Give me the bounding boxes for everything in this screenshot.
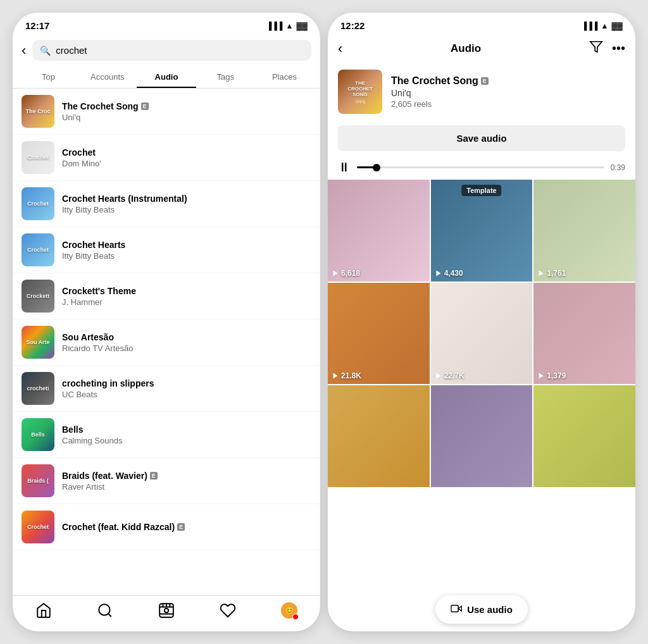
- phone-search: 12:17 ▐▐▐ ▲ ▓▓ ‹ 🔍 crochet Top Accounts …: [13, 13, 320, 631]
- progress-dot: [373, 164, 380, 171]
- nav-reels[interactable]: [135, 602, 197, 619]
- playback-controls: ⏸ 0:39: [328, 155, 635, 180]
- view-count: 22.7K: [435, 371, 464, 380]
- result-thumb: Crochet: [22, 141, 54, 174]
- result-artist: UC Beats: [62, 390, 311, 399]
- app-container: 12:17 ▐▐▐ ▲ ▓▓ ‹ 🔍 crochet Top Accounts …: [0, 0, 648, 644]
- grid-cell[interactable]: [328, 385, 430, 487]
- svg-rect-16: [451, 605, 458, 612]
- view-count: 1,761: [537, 269, 566, 278]
- result-thumb: crocheti: [22, 372, 54, 405]
- nav-heart[interactable]: [197, 602, 259, 619]
- result-title: crocheting in slippers: [62, 378, 311, 388]
- result-title: The Crochet SongE: [62, 101, 311, 111]
- status-bar-1: 12:17 ▐▐▐ ▲ ▓▓: [13, 13, 320, 35]
- tab-tags[interactable]: Tags: [196, 66, 255, 88]
- grid-cell[interactable]: [431, 385, 533, 487]
- result-title: Crochet: [62, 147, 311, 158]
- result-item[interactable]: Bells Bells Calming Sounds: [13, 412, 320, 458]
- explicit-badge: E: [141, 102, 149, 110]
- result-thumb: Braids (: [22, 464, 54, 497]
- profile-avatar[interactable]: 😊: [281, 602, 297, 619]
- result-info: crocheting in slippers UC Beats: [62, 378, 311, 399]
- result-item[interactable]: The Croc The Crochet SongE Uni'q: [13, 89, 320, 135]
- audio-page-header: ‹ Audio •••: [328, 35, 635, 62]
- progress-track[interactable]: [357, 166, 604, 168]
- audio-page-title: Audio: [451, 42, 481, 55]
- search-results-list: The Croc The Crochet SongE Uni'q Crochet…: [13, 89, 320, 595]
- tab-accounts[interactable]: Accounts: [78, 66, 137, 88]
- grid-cell[interactable]: 21.8K: [328, 283, 430, 385]
- result-info: Crochet Dom Mino': [62, 147, 311, 168]
- result-artist: Calming Sounds: [62, 436, 311, 445]
- save-audio-button[interactable]: Save audio: [338, 125, 625, 151]
- video-grid: 6,618 Template 4,430 1,761 21.8K 22.7K 1…: [328, 180, 635, 487]
- result-title: Braids (feat. Wavier)E: [62, 471, 311, 481]
- result-artist: Itty Bitty Beats: [62, 251, 311, 261]
- explicit-badge: E: [150, 472, 158, 480]
- battery-icon: ▓▓: [297, 22, 308, 30]
- svg-marker-9: [590, 42, 602, 53]
- nav-home[interactable]: [13, 602, 74, 619]
- status-bar-2: 12:22 ▐▐▐ ▲ ▓▓: [328, 13, 635, 35]
- result-item[interactable]: Crochet Crochet Hearts (Instrumental) It…: [13, 181, 320, 227]
- result-thumb: Bells: [22, 418, 54, 451]
- result-info: Braids (feat. Wavier)E Raver Artist: [62, 471, 311, 492]
- svg-point-3: [165, 609, 169, 613]
- back-button-search[interactable]: ‹: [22, 42, 26, 59]
- tabs-bar: Top Accounts Audio Tags Places: [13, 66, 320, 89]
- filter-icon[interactable]: [589, 40, 603, 57]
- result-item[interactable]: Crochet Crochet (feat. Kidd Razcal)E: [13, 504, 320, 550]
- result-artist: Itty Bitty Beats: [62, 205, 311, 214]
- grid-cell[interactable]: 6,618: [328, 180, 430, 282]
- result-thumb: Crockett: [22, 280, 54, 313]
- result-info: Bells Calming Sounds: [62, 424, 311, 445]
- result-thumb: The Croc: [22, 95, 54, 128]
- tab-places[interactable]: Places: [255, 66, 314, 88]
- grid-cell[interactable]: Template 4,430: [431, 180, 533, 282]
- svg-marker-11: [436, 270, 440, 276]
- nav-search[interactable]: [74, 602, 135, 619]
- result-item[interactable]: crocheti crocheting in slippers UC Beats: [13, 366, 320, 412]
- tab-audio[interactable]: Audio: [137, 66, 196, 88]
- tab-top[interactable]: Top: [19, 66, 78, 88]
- result-item[interactable]: Crockett Crockett's Theme J. Hammer: [13, 273, 320, 319]
- result-artist: Uni'q: [62, 113, 311, 122]
- result-item[interactable]: Sou Arte Sou Artesão Ricardo TV Artesão: [13, 319, 320, 366]
- use-audio-button[interactable]: Use audio: [435, 595, 528, 624]
- search-icon: 🔍: [40, 46, 51, 56]
- battery-icon-2: ▓▓: [612, 22, 623, 30]
- status-icons-2: ▐▐▐ ▲ ▓▓: [582, 22, 623, 30]
- reels-count: 2,605 reels: [391, 99, 489, 109]
- result-info: Sou Artesão Ricardo TV Artesão: [62, 332, 311, 353]
- more-icon[interactable]: •••: [612, 41, 625, 56]
- grid-cell[interactable]: 1,379: [533, 283, 635, 385]
- result-item[interactable]: Braids ( Braids (feat. Wavier)E Raver Ar…: [13, 458, 320, 504]
- explicit-badge: E: [481, 77, 489, 85]
- nav-profile[interactable]: 😊: [259, 602, 320, 619]
- result-info: Crochet Hearts (Instrumental) Itty Bitty…: [62, 194, 311, 214]
- signal-icon-2: ▐▐▐: [582, 22, 598, 30]
- duration-label: 0:39: [611, 163, 625, 172]
- search-bar[interactable]: 🔍 crochet: [32, 40, 311, 61]
- svg-marker-12: [539, 270, 544, 276]
- audio-details: The Crochet Song E Uni'q 2,605 reels: [391, 75, 489, 109]
- grid-cell[interactable]: 22.7K: [431, 283, 533, 385]
- grid-cell[interactable]: [533, 385, 635, 487]
- result-item[interactable]: Crochet Crochet Hearts Itty Bitty Beats: [13, 227, 320, 273]
- result-item[interactable]: Crochet Crochet Dom Mino': [13, 135, 320, 181]
- result-title: Sou Artesão: [62, 332, 311, 342]
- time-1: 12:17: [25, 20, 49, 31]
- search-query: crochet: [56, 45, 87, 56]
- use-audio-label: Use audio: [467, 604, 513, 615]
- search-header: ‹ 🔍 crochet: [13, 35, 320, 66]
- time-2: 12:22: [340, 20, 364, 31]
- template-badge: Template: [461, 185, 501, 196]
- view-count: 4,430: [435, 269, 463, 278]
- result-thumb: Crochet: [22, 187, 54, 220]
- back-button-audio[interactable]: ‹: [338, 40, 342, 57]
- grid-cell[interactable]: 1,761: [533, 180, 635, 282]
- artist-name: Uni'q: [391, 88, 489, 98]
- pause-button[interactable]: ⏸: [338, 160, 351, 175]
- video-grid-container: 6,618 Template 4,430 1,761 21.8K 22.7K 1…: [328, 180, 635, 631]
